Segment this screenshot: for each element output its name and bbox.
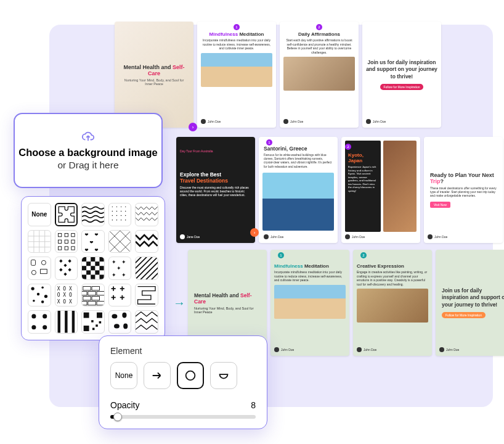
- template-body: Incorporate mindfulness meditation into …: [201, 38, 272, 51]
- carousel-next-icon[interactable]: ›: [189, 123, 197, 131]
- svg-rect-24: [71, 246, 74, 249]
- template-card[interactable]: Mental Health and Self-Care Nurturing Yo…: [115, 22, 193, 128]
- svg-point-5: [116, 211, 117, 212]
- template-cta-button: Visit Now: [430, 202, 450, 208]
- pattern-bricks[interactable]: [81, 284, 105, 307]
- step-badge: 1: [266, 139, 272, 146]
- svg-point-50: [44, 295, 47, 298]
- svg-rect-20: [65, 240, 68, 243]
- template-card[interactable]: 1 Mindfulness Meditation Incorporate min…: [270, 250, 349, 356]
- slider-thumb[interactable]: [113, 413, 122, 421]
- pattern-diagonal-lines[interactable]: [135, 257, 158, 280]
- template-author: Jane Doe: [180, 234, 251, 239]
- pattern-squares[interactable]: [55, 230, 78, 253]
- pattern-stripes[interactable]: [55, 310, 78, 334]
- svg-point-15: [125, 220, 126, 220]
- template-card[interactable]: 1 Mindfulness Meditation Incorporate min…: [197, 22, 276, 128]
- element-arrow[interactable]: [144, 362, 171, 389]
- pattern-checker[interactable]: [81, 257, 105, 280]
- pattern-stars[interactable]: ✦✦✦✦✦: [108, 257, 132, 280]
- template-card[interactable]: 2 Creative Expression Engage in creative…: [353, 250, 432, 356]
- svg-point-13: [116, 220, 117, 220]
- template-image: [262, 173, 334, 231]
- svg-point-11: [125, 215, 126, 216]
- svg-rect-21: [71, 240, 74, 243]
- svg-rect-16: [58, 233, 61, 236]
- svg-rect-22: [58, 246, 61, 249]
- template-author: John Doe: [201, 119, 272, 124]
- template-tag: Day Tour From Australia: [180, 149, 251, 153]
- template-body: Start each day with positive affirmation…: [283, 38, 355, 54]
- template-card[interactable]: Ready to Plan Your Next Trip? These trav…: [424, 137, 503, 243]
- svg-point-81: [122, 313, 126, 318]
- svg-rect-34: [82, 266, 86, 270]
- pattern-icons[interactable]: [28, 257, 51, 280]
- arrow-right-icon: →: [173, 296, 185, 310]
- pattern-diamonds[interactable]: [55, 257, 78, 280]
- svg-rect-65: [97, 301, 104, 305]
- svg-text:✦: ✦: [121, 259, 126, 265]
- svg-text:✦: ✦: [111, 272, 116, 278]
- pattern-chevron[interactable]: [135, 310, 158, 334]
- svg-rect-40: [91, 275, 95, 279]
- template-card[interactable]: Join us for daily inspiration and suppor…: [436, 250, 504, 356]
- template-card[interactable]: Join us for daily inspiration and suppor…: [362, 22, 441, 128]
- pattern-dots-random[interactable]: [28, 284, 51, 307]
- element-semicircle[interactable]: [210, 362, 237, 389]
- template-author: John Doe: [259, 234, 338, 243]
- svg-rect-39: [82, 275, 86, 279]
- template-card[interactable]: 1 Santorini, Greece Famous for its white…: [259, 137, 338, 243]
- pattern-grid[interactable]: [28, 230, 51, 253]
- pattern-qr[interactable]: [81, 310, 105, 334]
- svg-point-6: [121, 211, 121, 212]
- pattern-waves[interactable]: [81, 203, 105, 226]
- svg-rect-75: [84, 326, 89, 331]
- step-badge: 2: [360, 252, 367, 258]
- svg-point-26: [41, 261, 46, 265]
- svg-rect-25: [31, 260, 35, 266]
- svg-text:O X O: O X O: [57, 292, 71, 298]
- pattern-hearts[interactable]: [81, 230, 105, 253]
- svg-rect-33: [96, 261, 100, 266]
- opacity-value: 8: [251, 400, 256, 410]
- element-options: None: [110, 362, 256, 389]
- template-heading: Creative Expression: [357, 263, 428, 269]
- svg-point-52: [41, 300, 44, 303]
- svg-rect-37: [86, 271, 91, 275]
- element-none[interactable]: None: [110, 362, 137, 389]
- carousel-next-icon[interactable]: ›: [250, 228, 259, 237]
- svg-rect-18: [71, 233, 74, 236]
- svg-rect-56: [83, 286, 91, 290]
- svg-rect-70: [57, 311, 60, 333]
- pattern-hatch[interactable]: [108, 230, 132, 253]
- template-subtitle: Nurturing Your Mind, Body, and Soul for …: [194, 306, 261, 314]
- template-body: Experience Japan's rich history and cult…: [348, 165, 378, 193]
- pattern-blobs[interactable]: [108, 310, 132, 334]
- template-image: [274, 285, 346, 319]
- template-card[interactable]: 2 Daily Affirmations Start each day with…: [280, 22, 359, 128]
- pattern-puzzle[interactable]: [55, 203, 78, 226]
- template-heading: Kyoto, Japan: [348, 152, 378, 163]
- pattern-dots-small[interactable]: [108, 203, 132, 226]
- step-badge: 1: [234, 24, 240, 30]
- template-image: [201, 53, 272, 87]
- template-heading: Daily Affirmations: [283, 31, 355, 37]
- svg-point-7: [125, 211, 126, 212]
- template-card[interactable]: Day Tour From Australia Explore the Best…: [176, 137, 255, 243]
- upload-dropzone[interactable]: Choose a background image or Drag it her…: [14, 113, 163, 188]
- pattern-xo[interactable]: X O XO X OX O X: [55, 284, 78, 307]
- element-circle[interactable]: [177, 362, 204, 389]
- element-panel: Element None Opacity 8: [99, 335, 267, 429]
- template-card[interactable]: 2 Kyoto, Japan Experience Japan's rich h…: [341, 137, 420, 243]
- svg-point-68: [31, 326, 36, 330]
- semicircle-icon: [217, 369, 230, 382]
- pattern-maze[interactable]: [135, 284, 158, 307]
- template-cta-text: Join us for daily inspiration and suppor…: [442, 287, 504, 308]
- pattern-dots-large[interactable]: [28, 310, 51, 334]
- pattern-plus[interactable]: [108, 284, 132, 307]
- pattern-zigzag-bold[interactable]: [135, 230, 158, 253]
- template-row-2: Day Tour From Australia Explore the Best…: [176, 137, 503, 243]
- pattern-none[interactable]: None: [28, 203, 51, 226]
- pattern-zigzag-thin[interactable]: [135, 203, 158, 226]
- opacity-slider[interactable]: [110, 415, 256, 419]
